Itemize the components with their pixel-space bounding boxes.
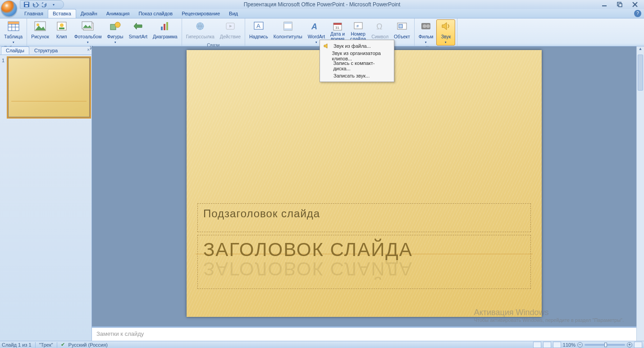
insert-picture-label: Рисунок — [31, 32, 49, 41]
subtitle-placeholder[interactable]: Подзаголовок слайда — [197, 203, 531, 232]
sound-from-file-label: Звук из файла... — [333, 43, 371, 49]
sound-dropdown-menu: Звук из файла... Звук из организатора кл… — [320, 40, 394, 82]
editor-pane: Подзаголовок слайда ЗАГОЛОВОК СЛАЙДА ЗАГ… — [92, 46, 636, 341]
wordart-icon: A — [309, 21, 324, 32]
pane-tab-outline[interactable]: Структура — [29, 46, 63, 55]
sound-from-organizer-label: Звук из организатора клипов... — [332, 50, 390, 61]
tab-insert[interactable]: Вставка — [48, 9, 76, 18]
tab-slideshow[interactable]: Показ слайдов — [134, 9, 177, 18]
photo-album-icon — [81, 21, 95, 32]
svg-point-44 — [426, 24, 430, 28]
thumbnail-area[interactable]: 1 — [0, 55, 91, 341]
close-button[interactable] — [630, 1, 640, 8]
slides-pane: Слайды Структура × 1 — [0, 46, 92, 341]
tab-animation[interactable]: Анимация — [102, 9, 134, 18]
insert-headerfooter-button[interactable]: Колонтитулы — [271, 19, 305, 46]
tab-home[interactable]: Главная — [20, 9, 48, 18]
sound-from-cd-label: Запись с компакт-диска... — [333, 60, 390, 71]
quick-access-toolbar: ▾ ▾ — [20, 0, 64, 9]
svg-point-22 — [115, 22, 120, 27]
title-bar: ▾ ▾ Презентация Microsoft Office PowerPo… — [0, 0, 644, 9]
insert-album-label: Фотоальбом — [74, 32, 102, 41]
status-theme: "Трек" — [39, 342, 53, 348]
notes-pane[interactable]: Заметки к слайду — [92, 326, 636, 341]
insert-hyperlink-button[interactable]: Гиперссылка — [184, 19, 217, 43]
undo-icon[interactable]: ▾ — [32, 1, 39, 8]
pane-tab-slides[interactable]: Слайды — [1, 46, 29, 55]
group-links: Гиперссылка Действие Связи — [182, 18, 245, 46]
tab-design[interactable]: Дизайн — [76, 9, 102, 18]
datetime-icon: 31 — [330, 21, 345, 32]
zoom-in-button[interactable]: + — [627, 342, 632, 348]
movie-icon — [419, 21, 433, 32]
insert-album-button[interactable]: Фотоальбом▾ — [72, 19, 104, 46]
normal-view-button[interactable] — [533, 342, 541, 348]
chevron-down-icon: ▾ — [315, 41, 317, 44]
slideshow-view-button[interactable] — [553, 342, 561, 348]
record-sound-label: Записать звук... — [333, 73, 370, 78]
insert-picture-button[interactable]: Рисунок — [29, 19, 51, 46]
slidenumber-icon: # — [351, 21, 365, 32]
slide[interactable]: Подзаголовок слайда ЗАГОЛОВОК СЛАЙДА ЗАГ… — [187, 50, 542, 317]
chevron-down-icon: ▾ — [114, 41, 116, 44]
sound-from-file-item[interactable]: Звук из файла... — [321, 41, 393, 51]
insert-object-button[interactable]: Объект — [392, 19, 412, 46]
window-controls — [596, 0, 643, 9]
close-pane-icon[interactable]: × — [87, 47, 90, 52]
svg-rect-23 — [161, 27, 163, 30]
save-icon[interactable] — [23, 1, 30, 8]
sound-from-organizer-item[interactable]: Звук из организатора клипов... — [321, 51, 393, 61]
svg-text:A: A — [256, 23, 260, 29]
spellcheck-icon[interactable]: ✔ — [61, 342, 65, 348]
window-title: Презентация Microsoft Office PowerPoint … — [0, 1, 644, 8]
vertical-scrollbar[interactable]: ▲ — [636, 46, 644, 341]
insert-table-button[interactable]: Таблица ▾ — [2, 19, 25, 46]
minimize-button[interactable] — [599, 1, 610, 8]
insert-chart-button[interactable]: Диаграмма — [151, 19, 180, 46]
svg-text:Ω: Ω — [376, 22, 382, 31]
hyperlink-icon — [193, 21, 207, 32]
shapes-icon — [108, 21, 123, 32]
svg-rect-18 — [59, 27, 64, 29]
svg-rect-32 — [284, 28, 292, 30]
fit-window-button[interactable] — [634, 342, 642, 348]
svg-rect-2 — [25, 5, 28, 7]
notes-placeholder: Заметки к слайду — [96, 330, 144, 337]
pane-tabs: Слайды Структура × — [0, 46, 91, 55]
thumbnail-number: 1 — [2, 58, 6, 117]
office-button[interactable] — [1, 0, 17, 17]
tab-view[interactable]: Вид — [224, 9, 242, 18]
insert-sound-button[interactable]: Звук▾ — [436, 19, 455, 46]
table-icon — [6, 21, 21, 32]
insert-shapes-button[interactable]: Фигуры▾ — [105, 19, 125, 46]
insert-chart-label: Диаграмма — [153, 32, 178, 41]
redo-icon[interactable] — [41, 1, 48, 8]
insert-textbox-button[interactable]: AНадпись — [247, 19, 270, 46]
chevron-down-icon: ▾ — [445, 41, 447, 44]
insert-action-button[interactable]: Действие — [218, 19, 243, 43]
sound-icon — [322, 42, 331, 50]
workspace: Слайды Структура × 1 Подзаголовок слайда… — [0, 46, 644, 341]
slide-canvas-area[interactable]: Подзаголовок слайда ЗАГОЛОВОК СЛАЙДА ЗАГ… — [92, 46, 636, 326]
maximize-button[interactable] — [614, 1, 625, 8]
help-icon[interactable]: ? — [634, 10, 641, 17]
slide-thumbnail[interactable]: 1 — [2, 58, 90, 117]
insert-smartart-button[interactable]: SmartArt — [127, 19, 150, 46]
subtitle-text: Подзаголовок слайда — [203, 207, 320, 220]
insert-hyperlink-label: Гиперссылка — [186, 32, 215, 41]
group-tables: Таблица ▾ Таблицы — [0, 18, 27, 46]
sound-from-cd-item[interactable]: Запись с компакт-диска... — [321, 61, 393, 71]
insert-headerfooter-label: Колонтитулы — [274, 32, 302, 41]
zoom-out-button[interactable]: − — [577, 342, 583, 348]
group-media: Фильм▾ Звук▾ Клипы му — [415, 18, 458, 46]
insert-movie-button[interactable]: Фильм▾ — [416, 19, 436, 46]
insert-clipart-button[interactable]: Клип — [52, 19, 71, 46]
qat-customize-icon[interactable]: ▾ — [50, 1, 57, 8]
sorter-view-button[interactable] — [543, 342, 551, 348]
record-sound-item[interactable]: Записать звук... — [321, 71, 393, 81]
tab-review[interactable]: Рецензирование — [177, 9, 224, 18]
zoom-slider[interactable] — [585, 344, 625, 346]
title-placeholder[interactable]: ЗАГОЛОВОК СЛАЙДА ЗАГОЛОВОК СЛАЙДА — [197, 235, 531, 289]
status-language[interactable]: Русский (Россия) — [69, 342, 108, 348]
group-illustrations: Рисунок Клип Фотоальбом▾ Фигуры▾ SmartAr… — [27, 18, 182, 46]
